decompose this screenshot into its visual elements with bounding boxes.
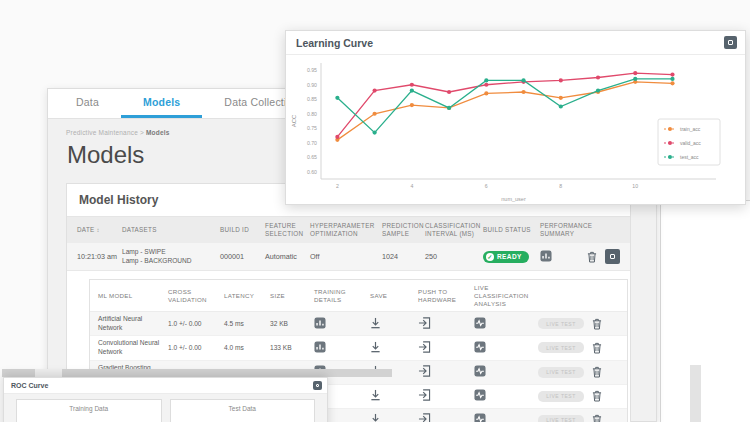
build-datasets: Lamp - SWIPE Lamp - BACKGROUND: [122, 248, 220, 266]
roc-test-panel: Test Data: [170, 399, 316, 422]
model-size: 32 KB: [270, 317, 314, 332]
data-point[interactable]: [521, 78, 525, 82]
data-point[interactable]: [596, 75, 600, 79]
model-latency: 4.5 ms: [224, 317, 270, 332]
training-details-icon[interactable]: [314, 317, 326, 329]
model-cross-validation: 1.0 +/- 0.00: [168, 317, 224, 332]
live-test-button[interactable]: LIVE TEST: [538, 367, 584, 378]
svg-text:0.75: 0.75: [307, 125, 317, 131]
save-download-icon[interactable]: [370, 341, 381, 353]
build-date: 10:21:03 am: [77, 252, 122, 261]
col-latency: LATENCY: [224, 288, 270, 304]
svg-text:2: 2: [336, 183, 339, 189]
restore-icon: [316, 384, 319, 387]
roc-body: Training Data Test Data: [4, 394, 327, 422]
delete-model-icon[interactable]: [592, 342, 602, 354]
svg-text:4: 4: [410, 183, 413, 189]
x-axis-label: num_user: [501, 196, 526, 202]
svg-text:0.95: 0.95: [307, 67, 317, 73]
delete-model-icon[interactable]: [592, 390, 602, 402]
data-point[interactable]: [410, 83, 414, 87]
save-download-icon[interactable]: [370, 317, 381, 329]
learning-curve-window-button[interactable]: [724, 36, 737, 49]
model-row-actions: LIVE TEST: [538, 414, 619, 422]
breadcrumb-project[interactable]: Predictive Maintenance >: [66, 129, 144, 136]
build-table-header: DATE ↕ DATASETS BUILD ID FEATURE SELECTI…: [67, 217, 630, 243]
learning-curve-title: Learning Curve: [296, 37, 373, 49]
data-point[interactable]: [633, 77, 637, 81]
data-point[interactable]: [373, 112, 377, 116]
data-point[interactable]: [484, 78, 488, 82]
data-point[interactable]: [373, 131, 377, 135]
svg-text:0.80: 0.80: [307, 111, 317, 117]
model-row-actions: LIVE TEST: [538, 318, 619, 330]
data-point[interactable]: [410, 88, 414, 92]
delete-model-icon[interactable]: [592, 318, 602, 330]
roc-title: ROC Curve: [11, 382, 48, 389]
data-point[interactable]: [670, 73, 674, 77]
save-download-icon[interactable]: [370, 389, 381, 401]
live-test-button[interactable]: LIVE TEST: [538, 342, 584, 353]
data-point[interactable]: [373, 88, 377, 92]
data-point[interactable]: [670, 81, 674, 85]
model-table-header: ML MODEL CROSS VALIDATION LATENCY SIZE T…: [90, 280, 627, 312]
roc-window-button[interactable]: [313, 381, 322, 390]
sort-icon[interactable]: ↕: [97, 227, 100, 233]
data-point[interactable]: [484, 83, 488, 87]
training-details-icon[interactable]: [314, 341, 326, 353]
series-line-train_acc: [337, 82, 672, 140]
delete-build-icon[interactable]: [587, 251, 597, 263]
data-point[interactable]: [410, 103, 414, 107]
build-classification-interval: 250: [425, 252, 483, 261]
data-point[interactable]: [447, 106, 451, 110]
legend-label-train_acc[interactable]: train_acc: [680, 126, 701, 132]
live-classification-icon[interactable]: [474, 365, 486, 377]
delete-model-icon[interactable]: [592, 414, 602, 422]
col-build-id: BUILD ID: [220, 222, 265, 238]
legend-label-test_acc[interactable]: test_acc: [680, 154, 699, 160]
data-point[interactable]: [559, 104, 563, 108]
legend-label-valid_acc[interactable]: valid_acc: [680, 140, 701, 146]
live-classification-icon[interactable]: [474, 317, 486, 329]
save-download-icon[interactable]: [370, 413, 381, 422]
collapse-build-button[interactable]: [605, 249, 620, 264]
live-classification-icon[interactable]: [474, 389, 486, 401]
live-test-button[interactable]: LIVE TEST: [538, 318, 584, 329]
push-to-hardware-icon[interactable]: [418, 389, 431, 401]
live-classification-icon[interactable]: [474, 413, 486, 422]
learning-curve-chart[interactable]: 0.600.650.700.750.800.850.900.95246810AC…: [286, 55, 745, 204]
data-point[interactable]: [447, 90, 451, 94]
col-size: SIZE: [270, 288, 314, 304]
data-point[interactable]: [596, 88, 600, 92]
push-to-hardware-icon[interactable]: [418, 413, 431, 422]
live-test-button[interactable]: LIVE TEST: [538, 391, 584, 402]
performance-summary-icon[interactable]: [540, 250, 552, 262]
delete-model-icon[interactable]: [592, 366, 602, 378]
data-point[interactable]: [670, 77, 674, 81]
push-to-hardware-icon[interactable]: [418, 341, 431, 353]
horizontal-scrollbar[interactable]: [2, 369, 392, 377]
build-prediction-sample: 1024: [382, 252, 425, 261]
data-point[interactable]: [521, 90, 525, 94]
live-classification-icon[interactable]: [474, 341, 486, 353]
svg-text:0.60: 0.60: [307, 169, 317, 175]
data-point[interactable]: [335, 135, 339, 139]
push-to-hardware-icon[interactable]: [418, 365, 431, 377]
push-to-hardware-icon[interactable]: [418, 317, 431, 329]
col-actions: [584, 226, 620, 234]
tab-data[interactable]: Data: [54, 89, 121, 118]
data-point[interactable]: [335, 96, 339, 100]
data-point[interactable]: [633, 71, 637, 75]
col-build-status: BUILD STATUS: [483, 222, 540, 238]
data-point[interactable]: [484, 91, 488, 95]
live-test-button[interactable]: LIVE TEST: [538, 415, 584, 422]
build-id: 000001: [220, 252, 265, 261]
col-cross-validation: CROSS VALIDATION: [168, 284, 224, 308]
tab-models[interactable]: Models: [121, 89, 202, 118]
ready-label: READY: [497, 253, 522, 260]
ready-status-badge[interactable]: ✓ READY: [483, 251, 529, 263]
scrollbar-thumb[interactable]: [35, 369, 62, 377]
col-date[interactable]: DATE ↕: [77, 222, 122, 239]
data-point[interactable]: [559, 78, 563, 82]
data-point[interactable]: [559, 96, 563, 100]
